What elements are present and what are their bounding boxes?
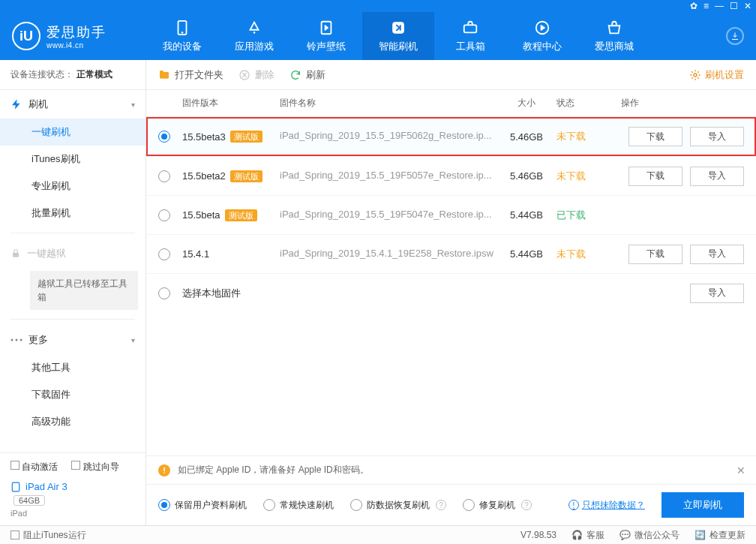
sidebar-item-flash-0[interactable]: 一键刷机: [0, 119, 146, 146]
nav-tab-apps[interactable]: 应用游戏: [218, 12, 290, 60]
auto-activate-checkbox[interactable]: 自动激活: [10, 461, 58, 473]
firmware-row[interactable]: 15.4.1iPad_Spring_2019_15.4.1_19E258_Res…: [146, 234, 756, 273]
select-radio[interactable]: [158, 209, 170, 221]
select-radio[interactable]: [158, 131, 170, 143]
firmware-row[interactable]: 15.5beta 测试版iPad_Spring_2019_15.5_19F504…: [146, 195, 756, 234]
support-link[interactable]: 🎧 客服: [572, 529, 604, 542]
nav-tab-store[interactable]: 爱思商城: [578, 12, 650, 60]
sidebar: 设备连接状态：正常模式 刷机 ▾ 一键刷机iTunes刷机专业刷机批量刷机 一键…: [0, 60, 146, 525]
logo-icon: iU: [12, 22, 40, 50]
select-radio[interactable]: [158, 248, 170, 260]
import-button[interactable]: 导入: [690, 284, 744, 303]
nav-tab-ring[interactable]: 铃声壁纸: [290, 12, 362, 60]
version-label: V7.98.53: [520, 530, 556, 540]
import-button[interactable]: 导入: [690, 245, 744, 264]
chevron-down-icon: ▾: [131, 101, 135, 109]
brand-url: www.i4.cn: [46, 41, 106, 50]
firmware-table: 15.5beta3 测试版iPad_Spring_2019_15.5_19F50…: [146, 117, 756, 455]
window-titlebar: ✿ ≡ — ☐ ✕: [0, 0, 756, 12]
sidebar-item-more-0[interactable]: 其他工具: [0, 354, 146, 381]
sidebar-item-flash-1[interactable]: iTunes刷机: [0, 146, 146, 173]
svg-point-1: [182, 32, 183, 33]
flash-settings-link[interactable]: 刷机设置: [689, 68, 744, 82]
download-button[interactable]: 下载: [628, 245, 682, 264]
svg-rect-7: [13, 253, 19, 257]
connection-status: 设备连接状态：正常模式: [0, 60, 146, 90]
menu-group-jailbreak: 一键越狱: [0, 239, 146, 268]
import-button[interactable]: 导入: [690, 167, 744, 186]
nav-tab-device[interactable]: 我的设备: [146, 12, 218, 60]
flash-mode-2[interactable]: 防数据恢复刷机?: [350, 499, 446, 512]
win-max-icon[interactable]: ☐: [730, 2, 738, 11]
select-radio[interactable]: [158, 287, 170, 299]
warning-icon: !: [158, 464, 170, 476]
notice-bar: ! 如已绑定 Apple ID，请准备好 Apple ID和密码。 ✕: [146, 455, 756, 484]
nav-tab-tools[interactable]: 工具箱: [434, 12, 506, 60]
win-menu-icon[interactable]: ≡: [704, 2, 709, 11]
win-min-icon[interactable]: —: [715, 2, 724, 11]
sidebar-item-more-2[interactable]: 高级功能: [0, 408, 146, 435]
help-icon[interactable]: ?: [436, 500, 446, 510]
select-radio[interactable]: [158, 170, 170, 182]
flash-mode-bar: 保留用户资料刷机常规快速刷机防数据恢复刷机?修复刷机? ! 只想抹除数据？ 立即…: [146, 484, 756, 525]
refresh-button[interactable]: 刷新: [290, 68, 326, 82]
sidebar-menu: 刷机 ▾ 一键刷机iTunes刷机专业刷机批量刷机 一键越狱 越狱工具已转移至工…: [0, 90, 146, 452]
flash-mode-1[interactable]: 常规快速刷机: [263, 499, 334, 512]
sidebar-item-flash-3[interactable]: 批量刷机: [0, 200, 146, 227]
block-itunes-checkbox[interactable]: 阻止iTunes运行: [10, 529, 86, 542]
svg-rect-5: [464, 25, 477, 32]
brand-name: 爱思助手: [46, 23, 106, 41]
win-close-icon[interactable]: ✕: [744, 2, 752, 11]
firmware-row[interactable]: 15.5beta3 测试版iPad_Spring_2019_15.5_19F50…: [146, 117, 756, 156]
firmware-row[interactable]: 选择本地固件导入: [146, 273, 756, 312]
check-update-link[interactable]: 🔄 检查更新: [694, 529, 746, 542]
help-icon[interactable]: ?: [521, 500, 532, 510]
firmware-row[interactable]: 15.5beta2 测试版iPad_Spring_2019_15.5_19F50…: [146, 156, 756, 195]
flash-now-button[interactable]: 立即刷机: [662, 492, 744, 518]
svg-rect-11: [12, 482, 19, 491]
svg-rect-4: [393, 22, 404, 33]
delete-button: 删除: [238, 68, 274, 82]
import-button[interactable]: 导入: [690, 127, 744, 146]
sidebar-item-flash-2[interactable]: 专业刷机: [0, 173, 146, 200]
wechat-link[interactable]: 💬 微信公众号: [620, 529, 680, 542]
jailbreak-note: 越狱工具已转移至工具箱: [30, 271, 138, 310]
flash-mode-3[interactable]: 修复刷机?: [463, 499, 532, 512]
toolbar: 打开文件夹 删除 刷新 刷机设置: [146, 60, 756, 90]
win-gift-icon[interactable]: ✿: [690, 2, 698, 11]
chevron-down-icon: ▾: [131, 336, 135, 344]
download-manager-icon[interactable]: [726, 27, 744, 45]
sidebar-item-more-1[interactable]: 下载固件: [0, 381, 146, 408]
svg-point-2: [254, 32, 255, 33]
erase-data-link[interactable]: ! 只想抹除数据？: [568, 499, 645, 512]
flash-mode-0[interactable]: 保留用户资料刷机: [158, 499, 247, 512]
menu-group-more[interactable]: 更多 ▾: [0, 326, 146, 354]
menu-group-flash[interactable]: 刷机 ▾: [0, 90, 146, 119]
nav-tab-flash[interactable]: 智能刷机: [362, 12, 434, 60]
nav-tabs: 我的设备应用游戏铃声壁纸智能刷机工具箱教程中心爱思商城: [146, 12, 714, 60]
nav-tab-tutorial[interactable]: 教程中心: [506, 12, 578, 60]
download-button[interactable]: 下载: [628, 127, 682, 146]
statusbar: 阻止iTunes运行 V7.98.53 🎧 客服 💬 微信公众号 🔄 检查更新: [0, 525, 756, 544]
content-pane: 打开文件夹 删除 刷新 刷机设置 固件版本 固件名称 大小 状态 操作 1: [146, 60, 756, 525]
app-header: iU 爱思助手 www.i4.cn 我的设备应用游戏铃声壁纸智能刷机工具箱教程中…: [0, 12, 756, 60]
skip-guide-checkbox[interactable]: 跳过向导: [71, 461, 118, 473]
svg-point-13: [694, 74, 697, 77]
download-button[interactable]: 下载: [628, 167, 682, 186]
close-notice-icon[interactable]: ✕: [736, 464, 746, 476]
svg-point-10: [20, 339, 22, 341]
table-header: 固件版本 固件名称 大小 状态 操作: [146, 90, 756, 117]
svg-point-9: [16, 339, 18, 341]
device-info[interactable]: iPad Air 3 64GB iPad: [0, 481, 146, 525]
open-folder-button[interactable]: 打开文件夹: [158, 68, 224, 82]
svg-point-8: [11, 339, 14, 341]
logo[interactable]: iU 爱思助手 www.i4.cn: [0, 22, 146, 50]
